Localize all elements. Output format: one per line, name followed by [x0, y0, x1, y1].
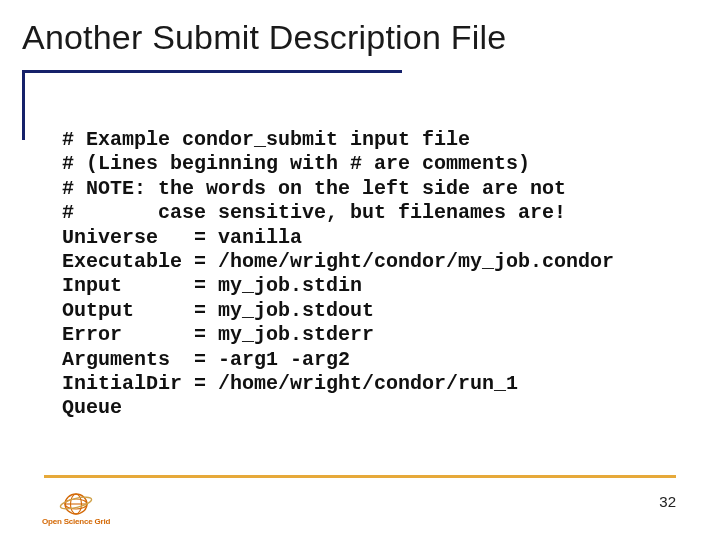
globe-icon — [59, 492, 93, 516]
slide: Another Submit Description File # Exampl… — [0, 0, 720, 540]
logo-text: Open Science Grid — [42, 517, 110, 526]
title-rule-vertical — [22, 70, 25, 140]
title-rule-horizontal — [22, 70, 402, 73]
code-block: # Example condor_submit input file # (Li… — [62, 128, 680, 421]
page-number: 32 — [659, 493, 676, 510]
body: # Example condor_submit input file # (Li… — [62, 128, 680, 421]
footer-rule — [44, 475, 676, 478]
title-wrap: Another Submit Description File — [22, 18, 506, 57]
page-title: Another Submit Description File — [22, 18, 506, 57]
logo: Open Science Grid — [42, 492, 110, 526]
